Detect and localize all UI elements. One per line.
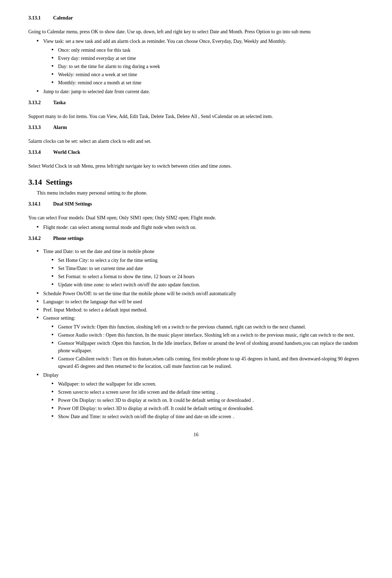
section-title-3131: Calendar xyxy=(53,14,73,22)
section-num-3141: 3.14.1 xyxy=(28,200,53,211)
page-content: 3.13.1 Calendar Going to Calendar menu, … xyxy=(28,14,364,438)
section-title-3141: Dual SIM Settings xyxy=(53,200,92,208)
section-3133: 3.13.3 Alarm 5alarm clocks can be set: s… xyxy=(28,124,364,145)
section-title-3142: Phone settings xyxy=(53,235,84,242)
section-3131-sublist: Once: only remind once for this task Eve… xyxy=(52,46,364,86)
list-item: Gsensor setting: Gsenor TV switch: Open … xyxy=(37,314,364,370)
section-title-3133: Alarm xyxy=(53,124,67,131)
list-item: Gsensor Wallpaper switch :Open this func… xyxy=(52,339,364,354)
section-title-3132: Taska xyxy=(53,99,66,106)
list-item: Day: to set the time for alarm to ring d… xyxy=(52,63,364,70)
section-3141-para: You can select Four models: Dual SIM ope… xyxy=(28,214,364,221)
list-item: Update with time zone: to select switch … xyxy=(52,281,364,288)
section-3132: 3.13.2 Taska Support many to do list ite… xyxy=(28,99,364,120)
section-3131-para: Going to Calendar menu, press OK to show… xyxy=(28,28,364,35)
list-item: Show Date and Time: to select switch on/… xyxy=(52,413,364,420)
section-3142: 3.14.2 Phone settings Time and Date: to … xyxy=(28,235,364,420)
section-3141: 3.14.1 Dual SIM Settings You can select … xyxy=(28,200,364,231)
list-item: Once: only remind once for this task xyxy=(52,46,364,54)
section-3142-list: Time and Date: to set the date and time … xyxy=(37,248,364,420)
list-item: Gsensor Callsilent switch : Turn on this… xyxy=(52,355,364,370)
list-item: Set Format: to select a format to show t… xyxy=(52,273,364,280)
section-314-main: 3.14 Settings This menu includes many pe… xyxy=(28,176,364,197)
list-item: Wallpaper: to select the wallpaper for i… xyxy=(52,380,364,388)
list-item: Power Off Display: to select 3D to displ… xyxy=(52,405,364,412)
list-item: Power On Display: to select 3D to displa… xyxy=(52,397,364,404)
list-item: Pref. Input Method: to select a default … xyxy=(37,306,364,314)
section-3141-list: Flight mode: can select among normal mod… xyxy=(37,224,364,231)
list-item: Set Home City: to select a city for the … xyxy=(52,257,364,264)
section-num-3134: 3.13.4 xyxy=(28,148,53,159)
section-title-3134: World Clock xyxy=(53,148,80,156)
list-item: Display Wallpaper: to select the wallpap… xyxy=(37,371,364,420)
main-section-intro: This menu includes many personal setting… xyxy=(37,189,364,197)
list-item: Jump to date: jump to selected date from… xyxy=(37,88,364,95)
section-3132-para: Support many to do list items. You can V… xyxy=(28,113,364,120)
list-item: Every day: remind everyday at set time xyxy=(52,55,364,62)
list-item: Weekly: remind once a week at set time xyxy=(52,71,364,78)
list-item: Schedule Power On/Off: to set the time t… xyxy=(37,290,364,297)
list-item: Gsenor TV switch: Open this function, sl… xyxy=(52,323,364,331)
section-3131: 3.13.1 Calendar Going to Calendar menu, … xyxy=(28,14,364,95)
list-item: Screen saver:to select a screen saver fo… xyxy=(52,388,364,396)
section-num-3133: 3.13.3 xyxy=(28,124,53,134)
list-item: Time and Date: to set the date and time … xyxy=(37,248,364,288)
page-number: 16 xyxy=(28,431,364,438)
section-3133-para: 5alarm clocks can be set: select an alar… xyxy=(28,138,364,145)
list-item: View task: set a new task and add an ala… xyxy=(37,38,364,86)
list-item: Gsensor Audio switch : Open this functio… xyxy=(52,331,364,339)
section-num-3131: 3.13.1 xyxy=(28,14,53,24)
section-3134-para: Select World Clock in sub Menu, press le… xyxy=(28,162,364,170)
main-section-title: 3.14 Settings xyxy=(28,176,364,188)
section-num-3142: 3.14.2 xyxy=(28,235,53,245)
list-item: Monthly: remind once a month at set time xyxy=(52,79,364,86)
section-3131-list: View task: set a new task and add an ala… xyxy=(37,38,364,95)
section-num-3132: 3.13.2 xyxy=(28,99,53,109)
list-item: Set Time/Date: to set current time and d… xyxy=(52,265,364,272)
list-item: Flight mode: can select among normal mod… xyxy=(37,224,364,231)
list-item: Language: to select the language that wi… xyxy=(37,298,364,305)
section-3134: 3.13.4 World Clock Select World Clock in… xyxy=(28,148,364,170)
